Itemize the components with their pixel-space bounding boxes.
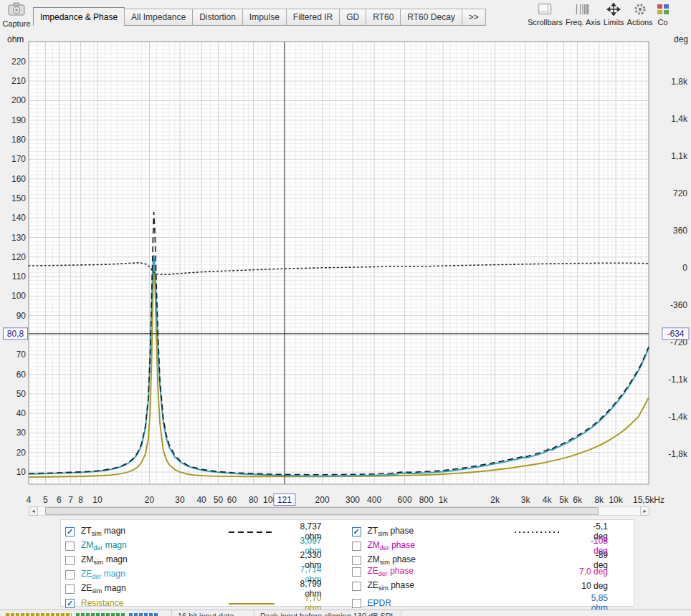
legend-row: ZEsim magn8,799 ohm bbox=[61, 579, 348, 593]
svg-text:120: 120 bbox=[11, 252, 26, 262]
svg-text:360: 360 bbox=[673, 226, 687, 236]
scrollbar-left-arrow-icon[interactable]: ◂ bbox=[29, 506, 38, 516]
svg-text:4k: 4k bbox=[543, 495, 553, 505]
trace-checkbox-checked[interactable]: ✓ bbox=[65, 599, 75, 608]
trace-line-sample bbox=[210, 598, 292, 608]
svg-text:5: 5 bbox=[43, 495, 48, 505]
trace-label: ZTsim magn bbox=[81, 526, 210, 537]
graph-tab-bar: Impedance & PhaseAll ImpedanceDistortion… bbox=[33, 6, 485, 26]
legend-column-phase: ✓ZTsim phase-5,1 degZMder phase-108 degZ… bbox=[348, 521, 634, 606]
tab-all-impedance[interactable]: All Impedance bbox=[124, 9, 193, 26]
meter-bar bbox=[76, 613, 125, 616]
control-actions[interactable]: Actions bbox=[627, 1, 653, 33]
svg-text:121: 121 bbox=[277, 495, 292, 505]
scrollbars-icon bbox=[538, 2, 552, 16]
svg-text:60: 60 bbox=[227, 495, 237, 505]
trace-checkbox[interactable] bbox=[352, 542, 361, 551]
tab-impulse[interactable]: Impulse bbox=[242, 9, 287, 26]
tab-gd[interactable]: GD bbox=[339, 9, 366, 26]
svg-text:6: 6 bbox=[57, 495, 62, 505]
scrollbar-track[interactable] bbox=[38, 506, 640, 516]
legend-row: ZMsim magn2,330 ohm bbox=[61, 550, 348, 564]
capture-button[interactable]: Capture bbox=[1, 1, 32, 32]
tab-filtered-ir[interactable]: Filtered IR bbox=[286, 9, 340, 26]
svg-text:-360: -360 bbox=[670, 300, 687, 310]
svg-text:-1,1k: -1,1k bbox=[668, 375, 688, 385]
scrollbar-right-arrow-icon[interactable]: ▸ bbox=[640, 506, 649, 516]
tab-distortion[interactable]: Distortion bbox=[192, 9, 243, 26]
trace-checkbox[interactable] bbox=[65, 556, 75, 565]
svg-text:6k: 6k bbox=[573, 495, 583, 505]
status-input-format: 16 bit input data bbox=[172, 610, 254, 616]
legend-row: EPDR5,85 ohm bbox=[348, 593, 634, 607]
status-bar: 16 bit input data Peak input before clip… bbox=[0, 610, 691, 616]
control-label: Freq. Axis bbox=[566, 18, 601, 27]
legend-row: ZMder phase-108 deg bbox=[348, 536, 634, 550]
svg-text:1,1k: 1,1k bbox=[671, 151, 688, 161]
svg-text:800: 800 bbox=[419, 495, 434, 505]
trace-checkbox[interactable] bbox=[65, 570, 75, 579]
impedance-phase-chart: 2202102001901801701601501401301201101009… bbox=[0, 33, 691, 506]
trace-label: ZMder magn bbox=[81, 540, 210, 552]
svg-text:40: 40 bbox=[16, 408, 27, 418]
control-limits[interactable]: Limits bbox=[604, 1, 624, 33]
svg-text:90: 90 bbox=[16, 311, 27, 321]
meter-bar bbox=[6, 613, 72, 616]
legend-row: ZEder magn7,714 ohm bbox=[61, 564, 348, 579]
svg-text:10: 10 bbox=[16, 467, 27, 477]
svg-text:180: 180 bbox=[11, 135, 26, 145]
control-scrollbars[interactable]: Scrollbars bbox=[528, 1, 563, 33]
svg-text:130: 130 bbox=[11, 233, 26, 243]
legend-column-magnitude: ✓ZTsim magn8,737 ohmZMder magn3,097 ohmZ… bbox=[61, 521, 348, 606]
tab-tabs-overflow[interactable]: >> bbox=[462, 9, 486, 26]
svg-text:10k: 10k bbox=[609, 495, 623, 505]
svg-text:70: 70 bbox=[16, 350, 27, 360]
svg-text:30: 30 bbox=[16, 428, 27, 438]
trace-checkbox[interactable] bbox=[65, 542, 75, 551]
svg-text:160: 160 bbox=[11, 174, 26, 184]
control-label: Actions bbox=[627, 18, 653, 27]
trace-legend-panel: ✓ZTsim magn8,737 ohmZMder magn3,097 ohmZ… bbox=[60, 519, 634, 607]
control-co[interactable]: Co bbox=[656, 1, 670, 33]
legend-row: ZEsim phase10 deg bbox=[348, 579, 634, 593]
control-label: Co bbox=[658, 18, 668, 27]
trace-checkbox[interactable] bbox=[65, 584, 75, 594]
trace-checkbox[interactable] bbox=[352, 567, 361, 577]
trace-checkbox[interactable] bbox=[352, 599, 361, 608]
control-freq-axis[interactable]: Freq. Axis bbox=[566, 1, 601, 33]
trace-cursor-value: 7,0 deg bbox=[579, 567, 609, 577]
scrollbar-thumb[interactable] bbox=[45, 507, 599, 515]
trace-label: ZTsim phase bbox=[368, 526, 497, 537]
tab-impedance-phase[interactable]: Impedance & Phase bbox=[33, 7, 125, 26]
svg-text:-1,8k: -1,8k bbox=[668, 449, 688, 459]
svg-text:2k: 2k bbox=[490, 495, 500, 505]
svg-text:600: 600 bbox=[398, 495, 412, 505]
trace-checkbox[interactable] bbox=[352, 556, 361, 565]
svg-text:50: 50 bbox=[16, 389, 27, 399]
svg-text:50: 50 bbox=[214, 495, 224, 505]
trace-line-sample bbox=[497, 526, 579, 536]
camera-icon bbox=[7, 1, 26, 19]
svg-text:8k: 8k bbox=[594, 495, 604, 505]
svg-text:40: 40 bbox=[196, 495, 206, 505]
horizontal-scrollbar[interactable]: ◂ ▸ bbox=[29, 506, 649, 516]
tab-rt60[interactable]: RT60 bbox=[366, 9, 401, 26]
svg-text:80: 80 bbox=[249, 495, 259, 505]
control-label: Scrollbars bbox=[528, 18, 563, 27]
svg-text:80,8: 80,8 bbox=[7, 329, 24, 339]
trace-checkbox-checked[interactable]: ✓ bbox=[65, 527, 75, 536]
svg-text:1,8k: 1,8k bbox=[671, 77, 688, 87]
svg-text:10: 10 bbox=[92, 495, 103, 505]
trace-checkbox-checked[interactable]: ✓ bbox=[352, 527, 361, 536]
status-peak-info: Peak input before clipping 130 dB SPL bbox=[254, 610, 401, 616]
svg-text:170: 170 bbox=[11, 154, 26, 164]
trace-checkbox[interactable] bbox=[352, 582, 361, 591]
trace-label: ZEsim magn bbox=[81, 583, 210, 595]
legend-row: ✓ZTsim magn8,737 ohm bbox=[61, 521, 348, 536]
tab-rt60-decay[interactable]: RT60 Decay bbox=[400, 9, 462, 26]
svg-text:60: 60 bbox=[16, 370, 27, 380]
trace-label: EPDR bbox=[368, 598, 497, 608]
legend-row: ZMder magn3,097 ohm bbox=[61, 536, 348, 550]
actions-icon bbox=[633, 2, 647, 16]
svg-text:210: 210 bbox=[11, 76, 26, 86]
